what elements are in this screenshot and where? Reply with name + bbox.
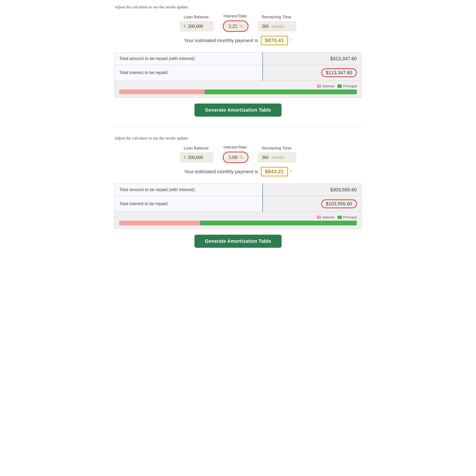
principal-legend-label-1: Principal [343, 84, 357, 88]
interest-unit-1: % [239, 24, 243, 29]
results-table-2: Total amount to be repaid (with interest… [114, 184, 362, 229]
fields-row-1: Loan Balance: $ 200,000 Interest Rate: 3… [114, 14, 362, 32]
legend-row-2: Interest Principal [119, 215, 357, 219]
monthly-payment-text-2: Your estimated monthly payment is [184, 169, 258, 174]
legend-row-1: Interest Principal [119, 84, 357, 88]
total-interest-value-cell-1: $113,347.60 [263, 65, 362, 81]
monthly-payment-text-1: Your estimated monthly payment is [184, 38, 258, 43]
months-unit-2: months [272, 155, 284, 160]
bar-row-2: Interest Principal [115, 212, 362, 229]
generate-amortization-button-1[interactable]: Generate Amortization Table [194, 103, 282, 117]
principal-legend-item-2: Principal [338, 215, 357, 219]
adjust-text-2: Adjust the calculator to see the results… [114, 136, 362, 141]
interest-rate-group-2: Interest Rate: 3.00 % [223, 145, 249, 163]
interest-rate-value-1: 3.25 [228, 23, 238, 29]
calculator-section-2: Adjust the calculator to see the results… [114, 136, 362, 248]
generate-amortization-button-2[interactable]: Generate Amortization Table [194, 235, 282, 248]
interest-rate-input-1[interactable]: 3.25 % [223, 20, 249, 32]
currency-sign-1: $ [184, 24, 186, 29]
total-interest-value-cell-2: $103,555.60 [263, 196, 362, 212]
interest-rate-label-2: Interest Rate: [223, 145, 248, 150]
interest-legend-label-2: Interest [322, 215, 334, 219]
interest-color-swatch-1 [317, 85, 321, 88]
total-repaid-value-2: $303,555.60 [263, 184, 362, 196]
total-interest-label-2: Total interest to be repaid: [115, 196, 263, 212]
remaining-time-value-1: 360 [262, 24, 269, 29]
remaining-time-input-2[interactable]: 360 months [258, 153, 296, 162]
asterisk-2: * [290, 170, 292, 174]
total-repaid-row-2: Total amount to be repaid (with interest… [115, 184, 362, 196]
interest-legend-item-1: Interest [317, 84, 334, 88]
fields-row-2: Loan Balance: $ 200,000 Interest Rate: 3… [114, 145, 362, 163]
adjust-text-1: Adjust the calculator to see the results… [114, 5, 362, 10]
interest-rate-value-2: 3.00 [228, 154, 238, 160]
loan-balance-label-2: Loan Balance: [184, 146, 210, 151]
total-interest-row-2: Total interest to be repaid: $103,555.60 [115, 196, 362, 212]
currency-sign-2: $ [184, 155, 186, 160]
interest-rate-group-1: Interest Rate: 3.25 % [223, 14, 249, 32]
bar-legend-cell-1: Interest Principal [115, 81, 362, 98]
principal-legend-label-2: Principal [343, 215, 357, 219]
interest-bar-2 [119, 221, 200, 225]
total-interest-row-1: Total interest to be repaid: $113,347.60 [115, 65, 362, 81]
months-unit-1: months [272, 24, 284, 29]
total-repaid-value-1: $313,347.60 [263, 52, 362, 65]
loan-balance-input-2[interactable]: $ 200,000 [180, 153, 213, 162]
results-table-1: Total amount to be repaid (with interest… [114, 52, 362, 98]
stacked-bar-1 [119, 89, 357, 94]
total-interest-value-2: $103,555.60 [321, 200, 357, 208]
loan-balance-value-2: 200,000 [187, 155, 203, 160]
loan-balance-label-1: Loan Balance: [184, 15, 210, 19]
interest-bar-1 [119, 89, 205, 94]
remaining-time-input-1[interactable]: 360 months [258, 21, 296, 31]
total-interest-label-1: Total interest to be repaid: [115, 65, 263, 81]
monthly-payment-line-2: Your estimated monthly payment is $843.2… [114, 167, 362, 176]
interest-unit-2: % [239, 155, 243, 160]
remaining-time-value-2: 360 [262, 155, 269, 160]
interest-legend-item-2: Interest [317, 215, 334, 219]
total-repaid-label-1: Total amount to be repaid (with interest… [115, 52, 263, 65]
loan-balance-group-1: Loan Balance: $ 200,000 [180, 15, 213, 31]
principal-bar-2 [200, 221, 357, 225]
asterisk-1: * [290, 38, 292, 43]
calculator-section-1: Adjust the calculator to see the results… [114, 5, 362, 126]
interest-legend-label-1: Interest [322, 84, 334, 88]
monthly-payment-line-1: Your estimated monthly payment is $870.4… [114, 36, 362, 45]
principal-color-swatch-1 [338, 85, 342, 88]
remaining-time-label-2: Remaining Time: [262, 146, 292, 151]
principal-bar-1 [205, 89, 357, 94]
interest-color-swatch-2 [317, 216, 321, 219]
interest-rate-input-2[interactable]: 3.00 % [223, 152, 249, 163]
monthly-payment-value-2: $843.21 [261, 167, 288, 176]
remaining-time-group-2: Remaining Time: 360 months [258, 146, 296, 162]
section-divider-1 [114, 126, 362, 126]
loan-balance-value-1: 200,000 [187, 24, 203, 29]
principal-legend-item-1: Principal [338, 84, 357, 88]
stacked-bar-2 [119, 221, 357, 225]
total-repaid-label-2: Total amount to be repaid (with interest… [115, 184, 263, 196]
principal-color-swatch-2 [338, 216, 342, 219]
monthly-payment-value-1: $870.41 [261, 36, 288, 45]
bar-row-1: Interest Principal [115, 81, 362, 98]
interest-rate-label-1: Interest Rate: [223, 14, 248, 18]
loan-balance-input-1[interactable]: $ 200,000 [180, 21, 213, 31]
remaining-time-label-1: Remaining Time: [262, 15, 292, 19]
loan-balance-group-2: Loan Balance: $ 200,000 [180, 146, 213, 162]
bar-legend-cell-2: Interest Principal [115, 212, 362, 229]
total-repaid-row-1: Total amount to be repaid (with interest… [115, 52, 362, 65]
remaining-time-group-1: Remaining Time: 360 months [258, 15, 296, 31]
total-interest-value-1: $113,347.60 [321, 68, 357, 77]
